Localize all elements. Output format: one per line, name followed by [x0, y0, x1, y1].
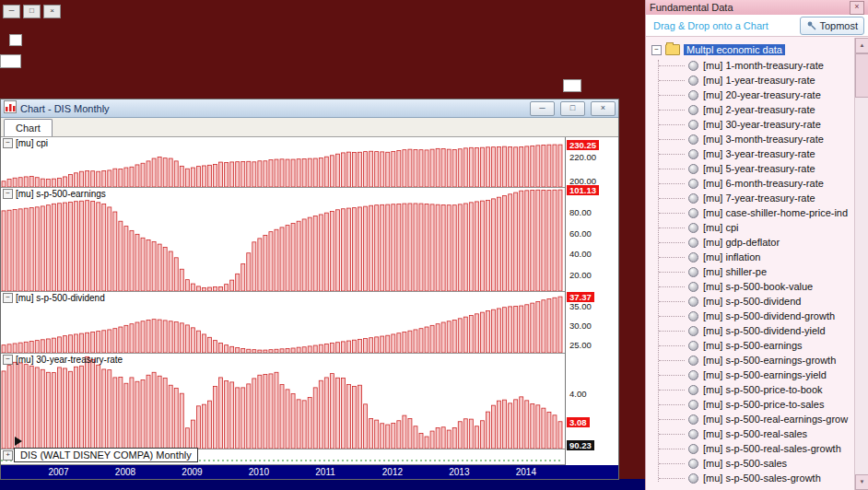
chart-panel-sp500_dividend[interactable]: −[mu] s-p-500-dividend: [1, 292, 565, 354]
data-series-icon: [688, 282, 698, 292]
data-series-icon: [688, 459, 698, 469]
tree-item-label: [mu] s-p-500-earnings-growth: [703, 355, 836, 366]
tree-item[interactable]: [mu] s-p-500-earnings-yield: [646, 368, 854, 382]
tree-item[interactable]: [mu] s-p-500-dividend-yield: [646, 323, 854, 338]
tree-item[interactable]: [mu] shiller-pe: [646, 264, 854, 279]
tree-item[interactable]: [mu] 7-year-treasury-rate: [646, 191, 854, 205]
tree-root-label: Multpl economic data: [684, 44, 785, 55]
data-series-icon: [688, 134, 698, 145]
scroll-up-icon[interactable]: ▲: [855, 38, 868, 53]
tree-item[interactable]: [mu] case-shiller-home-price-ind: [646, 205, 854, 220]
tree-item[interactable]: [mu] s-p-500-real-sales-growth: [646, 441, 854, 456]
fundamental-tree: − Multpl economic data [mu] 1-month-trea…: [646, 38, 854, 490]
tree-root-folder[interactable]: − Multpl economic data: [646, 41, 854, 58]
data-series-icon: [688, 297, 698, 307]
collapse-panel-icon[interactable]: −: [3, 138, 13, 148]
tree-item-label: [mu] s-p-500-dividend-growth: [703, 310, 835, 321]
tree-item-label: [mu] 1-month-treasury-rate: [703, 60, 824, 71]
bg-minimize-button[interactable]: ─: [3, 5, 20, 18]
data-series-icon: [688, 208, 698, 218]
expand-panel-icon[interactable]: +: [3, 450, 13, 461]
fundamental-panel-toolbar: Drag & Drop onto a Chart Topmost: [646, 15, 868, 37]
tree-item[interactable]: [mu] s-p-500-sales: [646, 456, 854, 471]
fundamental-panel-header[interactable]: Fundamental Data ×: [646, 0, 868, 15]
tree-item-label: [mu] s-p-500-real-sales-growth: [703, 443, 841, 454]
tree-item[interactable]: [mu] s-p-500-real-earnings-grow: [646, 412, 854, 426]
panel-close-icon[interactable]: ×: [850, 1, 864, 15]
restore-button[interactable]: □: [560, 101, 585, 116]
y-axis-tick: 60.00: [569, 228, 592, 239]
tree-item-label: [mu] 1-year-treasury-rate: [703, 75, 815, 86]
tree-item[interactable]: [mu] s-p-500-price-to-book: [646, 382, 854, 397]
tab-chart[interactable]: Chart: [4, 119, 53, 136]
tree-item-label: [mu] inflation: [703, 251, 760, 262]
y-axis-tick: 220.00: [569, 152, 596, 162]
scrollbar-thumb[interactable]: [855, 53, 868, 98]
data-series-icon: [688, 473, 698, 484]
tree-item-label: [mu] s-p-500-sales-growth: [703, 472, 821, 484]
collapse-panel-icon[interactable]: −: [3, 189, 13, 199]
tree-item[interactable]: [mu] s-p-500-earnings: [646, 338, 854, 353]
collapse-panel-icon[interactable]: −: [3, 355, 13, 365]
panel-label-treasury_30y: −[mu] 30-year-treasury-rate: [3, 355, 123, 365]
data-series-icon: [688, 179, 698, 189]
chart-tabstrip: Chart: [1, 118, 618, 137]
collapse-node-icon[interactable]: −: [651, 45, 662, 55]
topmost-button-label: Topmost: [819, 20, 858, 31]
scroll-down-icon[interactable]: ▼: [855, 474, 868, 490]
topmost-button[interactable]: Topmost: [800, 17, 864, 35]
tree-item[interactable]: [mu] s-p-500-price-to-sales: [646, 397, 854, 412]
bg-maximize-button[interactable]: □: [23, 5, 41, 18]
tree-item[interactable]: [mu] s-p-500-book-value: [646, 279, 854, 294]
chart-panels[interactable]: −[mu] cpi−[mu] s-p-500-earnings−[mu] s-p…: [1, 137, 565, 465]
tree-item[interactable]: [mu] gdp-deflator: [646, 235, 854, 250]
x-axis-year-label: 2009: [182, 467, 202, 477]
tree-item[interactable]: [mu] s-p-500-dividend-growth: [646, 309, 854, 323]
play-arrow-icon[interactable]: [15, 437, 22, 446]
tree-item[interactable]: [mu] 2-year-treasury-rate: [646, 102, 854, 117]
tree-item-label: [mu] 30-year-treasury-rate: [703, 119, 821, 130]
tree-item-label: [mu] gdp-deflator: [703, 237, 780, 248]
tree-item-label: [mu] case-shiller-home-price-ind: [703, 207, 848, 218]
collapse-panel-icon[interactable]: −: [3, 293, 13, 303]
tree-item[interactable]: [mu] 3-month-treasury-rate: [646, 132, 854, 146]
chart-body: −[mu] cpi−[mu] s-p-500-earnings−[mu] s-p…: [1, 137, 618, 479]
tree-item[interactable]: [mu] inflation: [646, 250, 854, 264]
tree-item[interactable]: [mu] s-p-500-dividend: [646, 294, 854, 309]
chart-panel-sp500_earnings[interactable]: −[mu] s-p-500-earnings: [1, 188, 565, 292]
chart-panel-treasury_30y[interactable]: −[mu] 30-year-treasury-rate: [1, 354, 565, 449]
y-axis-tick: 20.00: [569, 270, 592, 280]
tree-item[interactable]: [mu] 1-year-treasury-rate: [646, 73, 854, 88]
tree-item[interactable]: [mu] 3-year-treasury-rate: [646, 146, 854, 161]
tree-item[interactable]: [mu] 5-year-treasury-rate: [646, 161, 854, 176]
chart-panel-cpi[interactable]: −[mu] cpi: [1, 137, 565, 188]
close-button[interactable]: ×: [591, 101, 616, 116]
tree-item[interactable]: [mu] s-p-500-earnings-growth: [646, 353, 854, 368]
y-axis-tick: 80.00: [569, 207, 592, 217]
data-series-icon: [688, 341, 698, 351]
y-axis-tick: 25.00: [569, 340, 592, 350]
chart-window-titlebar[interactable]: Chart - DIS Monthly ─ □ ×: [1, 99, 618, 118]
tree-item-label: [mu] 7-year-treasury-rate: [703, 192, 815, 204]
data-series-icon: [688, 76, 698, 86]
minimize-button[interactable]: ─: [530, 101, 555, 116]
tree-item[interactable]: [mu] 1-month-treasury-rate: [646, 58, 854, 73]
tree-item[interactable]: [mu] s-p-500-sales-growth: [646, 471, 854, 485]
tree-item-label: [mu] s-p-500-real-earnings-grow: [703, 414, 848, 425]
tree-item[interactable]: [mu] cpi: [646, 220, 854, 235]
bg-close-button[interactable]: ×: [43, 5, 61, 18]
data-series-icon: [688, 105, 698, 115]
x-axis-year-label: 2008: [115, 467, 135, 477]
data-series-icon: [688, 429, 698, 439]
tree-item[interactable]: [mu] s-p-500-real-sales: [646, 426, 854, 441]
tree-scrollbar[interactable]: ▲ ▼: [854, 38, 868, 490]
tree-item-label: [mu] cpi: [703, 222, 739, 233]
pin-icon: [806, 20, 816, 30]
tree-item[interactable]: [mu] 20-year-treasury-rate: [646, 88, 854, 102]
window-artifact: [9, 34, 22, 46]
y-axis-tick: 4.00: [569, 389, 587, 399]
tree-item[interactable]: [mu] 30-year-treasury-rate: [646, 117, 854, 132]
tree-item-label: [mu] 5-year-treasury-rate: [703, 163, 815, 174]
tree-item[interactable]: [mu] 6-month-treasury-rate: [646, 176, 854, 191]
chart-window: Chart - DIS Monthly ─ □ × Chart −[mu] cp…: [0, 99, 619, 480]
